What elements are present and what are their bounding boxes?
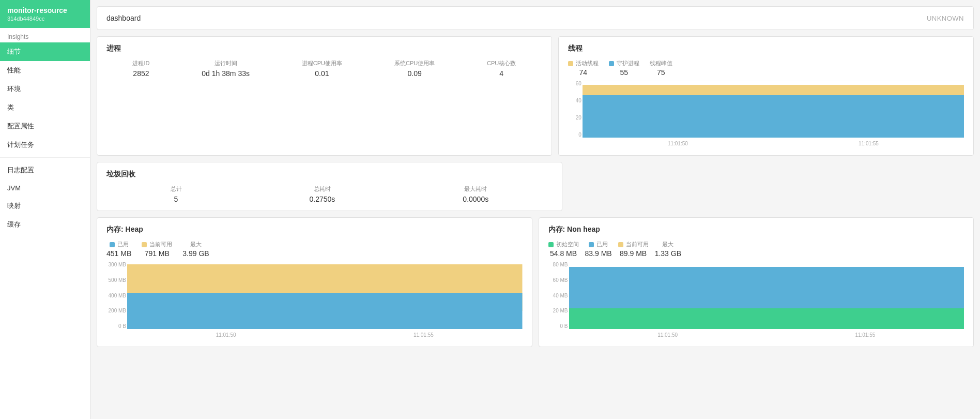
threads-legend: 活动线程 74 守护进程 55 线程峰值 75: [568, 59, 964, 77]
stat-运行时间: 运行时间 0d 1h 38m 33s: [202, 59, 250, 78]
sidebar-section-label: Insights: [0, 28, 90, 42]
legend-heap-最大: 最大 3.99 GB: [182, 241, 209, 258]
sidebar-header: monitor-resource 314db44849cc: [0, 0, 90, 28]
sidebar-item-配置属性[interactable]: 配置属性: [0, 117, 90, 136]
threads-card: 线程 活动线程 74 守护进程 55: [558, 36, 974, 156]
dashboard-label: dashboard: [106, 14, 141, 22]
gc-card: 垃圾回收 总计 5 总耗时 0.2750s 最大耗时 0.0000s: [97, 162, 562, 211]
sidebar-item-类[interactable]: 类: [0, 98, 90, 117]
top-dashboard-row: dashboard UNKNOWN: [97, 6, 974, 30]
gc-title: 垃圾回收: [106, 170, 553, 179]
nonheap-card: 内存: Non heap 初始空间 54.8 MB 已用 83.9 MB: [539, 217, 974, 347]
stat-进程ID: 进程ID 2852: [132, 59, 149, 78]
heap-已用-dot: [110, 242, 115, 247]
nonheap-chart: 0 B 20 MB 40 MB 60 MB 80 MB: [569, 262, 964, 339]
legend-heap-已用: 已用 451 MB: [106, 241, 131, 258]
process-threads-row: 进程 进程ID 2852 运行时间 0d 1h 38m 33s 进程CPU使用率…: [97, 36, 974, 156]
dashboard-status: UNKNOWN: [927, 14, 964, 22]
stat-进程CPU: 进程CPU使用率 0.01: [302, 59, 342, 78]
sidebar-item-计划任务[interactable]: 计划任务: [0, 136, 90, 154]
process-card: 进程 进程ID 2852 运行时间 0d 1h 38m 33s 进程CPU使用率…: [97, 36, 552, 156]
legend-线程峰值: 线程峰值 75: [650, 59, 672, 77]
legend-nonheap-初始空间: 初始空间 54.8 MB: [548, 241, 579, 258]
sidebar: monitor-resource 314db44849cc Insights 细…: [0, 0, 90, 419]
svg-rect-6: [583, 85, 964, 95]
nonheap-legend: 初始空间 54.8 MB 已用 83.9 MB 当前可用: [548, 241, 964, 258]
svg-rect-5: [583, 95, 964, 138]
legend-守护进程: 守护进程 55: [609, 59, 639, 77]
nonheap-title: 内存: Non heap: [548, 225, 964, 234]
sidebar-app-id: 314db44849cc: [7, 16, 83, 22]
stat-总计: 总计 5: [171, 185, 182, 203]
memory-row: 内存: Heap 已用 451 MB 当前可用 791 MB: [97, 217, 974, 347]
heap-legend: 已用 451 MB 当前可用 791 MB 最大 3.99 GB: [106, 241, 523, 258]
heap-当前可用-dot: [142, 242, 147, 247]
legend-nonheap-最大: 最大 1.33 GB: [655, 241, 681, 258]
svg-rect-20: [569, 267, 964, 308]
threads-chart: 0 20 40 60 11:: [583, 81, 964, 148]
heap-card: 内存: Heap 已用 451 MB 当前可用 791 MB: [97, 217, 532, 347]
legend-活动线程: 活动线程 74: [568, 59, 599, 77]
process-stats: 进程ID 2852 运行时间 0d 1h 38m 33s 进程CPU使用率 0.…: [106, 59, 542, 78]
nonheap-svg: [569, 262, 964, 329]
stat-系统CPU: 系统CPU使用率 0.09: [394, 59, 435, 78]
stat-最大耗时: 最大耗时 0.0000s: [463, 185, 488, 203]
活动线程-dot: [568, 61, 573, 66]
gc-row: 垃圾回收 总计 5 总耗时 0.2750s 最大耗时 0.0000s: [97, 162, 974, 211]
heap-title: 内存: Heap: [106, 225, 523, 234]
nonheap-初始空间-dot: [548, 242, 554, 247]
sidebar-item-环境[interactable]: 环境: [0, 80, 90, 98]
heap-chart: 0 B 200 MB 400 MB 500 MB 300 MB: [127, 262, 523, 339]
sidebar-item-日志配置[interactable]: 日志配置: [0, 161, 90, 179]
legend-nonheap-已用: 已用 83.9 MB: [585, 241, 612, 258]
sidebar-item-细节[interactable]: 细节: [0, 42, 90, 61]
threads-title: 线程: [568, 44, 964, 53]
gc-stats: 总计 5 总耗时 0.2750s 最大耗时 0.0000s: [106, 185, 553, 203]
stat-CPU核心数: CPU核心数 4: [487, 59, 516, 78]
legend-heap-当前可用: 当前可用 791 MB: [142, 241, 172, 258]
gc-placeholder: [569, 162, 974, 211]
sidebar-item-缓存[interactable]: 缓存: [0, 215, 90, 234]
守护进程-dot: [609, 61, 614, 66]
threads-svg: [583, 81, 964, 138]
sidebar-item-映射[interactable]: 映射: [0, 197, 90, 215]
sidebar-app-name: monitor-resource: [7, 6, 83, 14]
sidebar-item-性能[interactable]: 性能: [0, 61, 90, 80]
process-title: 进程: [106, 44, 542, 53]
stat-总耗时: 总耗时 0.2750s: [310, 185, 335, 203]
main-content: dashboard UNKNOWN 进程 进程ID 2852 运行时间 0d 1…: [90, 0, 980, 419]
legend-nonheap-当前可用: 当前可用 89.9 MB: [618, 241, 649, 258]
nonheap-已用-dot: [589, 242, 594, 247]
sidebar-item-JVM[interactable]: JVM: [0, 179, 90, 197]
nonheap-当前可用-dot: [618, 242, 623, 247]
heap-svg: [127, 262, 523, 329]
svg-rect-13: [127, 293, 523, 329]
